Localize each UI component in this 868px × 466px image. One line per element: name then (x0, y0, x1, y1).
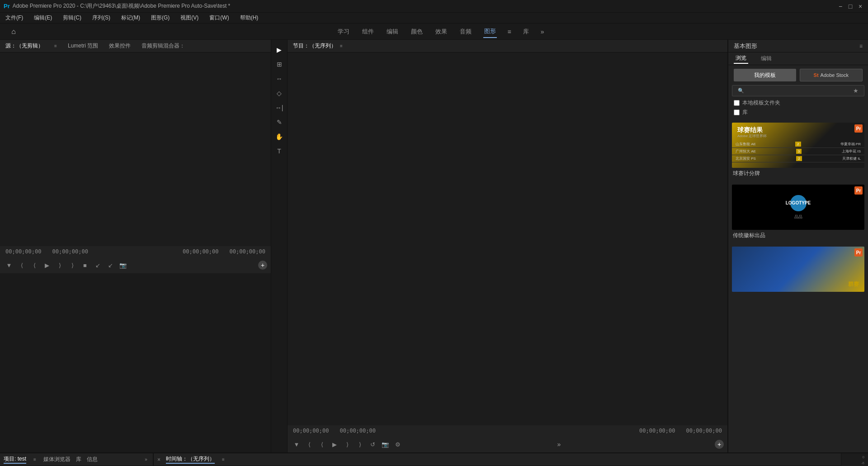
project-tab[interactable]: 项目: test (4, 455, 26, 464)
program-controls: ▼ ⟨ ⟨ ▶ ⟩ ⟩ ↺ 📷 ⚙ » + (288, 436, 727, 452)
menu-sequence[interactable]: 序列(S) (90, 13, 112, 23)
left-panel: 源：（无剪辑） ≡ Lumetri 范围 效果控件 音频剪辑混合器： 00;00… (0, 40, 271, 452)
essential-graphics-title: 基本图形 (734, 42, 757, 50)
nav-hamburger-icon[interactable]: ≡ (508, 28, 511, 35)
effects-control-tab[interactable]: 效果控件 (107, 41, 132, 51)
program-tab[interactable]: 节目：（无序列） (291, 41, 338, 51)
window-title: Adobe Premiere Pro 2020 - C:\用户\29463\桌面… (13, 2, 231, 10)
mark-out-btn[interactable]: ■ (80, 260, 90, 271)
home-button[interactable]: ⌂ (7, 25, 20, 38)
essential-graphics-icon[interactable]: ≡ (859, 43, 863, 49)
my-templates-btn[interactable]: 我的模板 (734, 69, 796, 81)
tool-type[interactable]: T (273, 145, 286, 157)
menu-view[interactable]: 视图(V) (179, 13, 200, 23)
timeline-tab-icon[interactable]: ≡ (220, 456, 226, 463)
menu-edit[interactable]: 编辑(E) (32, 13, 54, 23)
minimize-button[interactable]: − (836, 2, 844, 10)
nav-bar-center: 学习 组件 编辑 颜色 效果 音频 图形 ≡ 库 » (337, 25, 544, 38)
program-monitor (288, 52, 727, 425)
timeline-tab[interactable]: 时间轴：（无序列） (166, 455, 215, 464)
export-frame-btn[interactable]: 📷 (118, 260, 128, 271)
source-timecode-dur: 00;00;00;00 (230, 248, 265, 255)
prog-more-icon[interactable]: » (557, 441, 561, 448)
menu-window[interactable]: 窗口(W) (208, 13, 231, 23)
project-tab-icon[interactable]: ≡ (32, 456, 38, 463)
overwrite-btn[interactable]: ↙ (105, 260, 116, 271)
program-tab-icon[interactable]: ≡ (338, 43, 344, 49)
template-search-input[interactable] (747, 88, 850, 94)
lumetri-tab[interactable]: Lumetri 范围 (66, 41, 100, 51)
templates-grid: 球赛结果 Adobe 足球世界杯 山东鲁能 AE2华夏幸福 PR 广州恒大 AE… (728, 119, 868, 452)
add-source-btn[interactable]: + (258, 261, 267, 270)
db-scale: 0 -6 -12 -18 -24 -30 -36 -42 -48 -54 (843, 455, 866, 466)
prog-go-out-btn[interactable]: ⟩ (354, 439, 365, 450)
template-item-logo[interactable]: LOGOTYPE 品品 Pr 传统徽标出品 (732, 185, 864, 241)
prog-go-in-btn[interactable]: ⟨ (304, 439, 315, 450)
library-tab[interactable]: 库 (76, 456, 81, 463)
template-badge-2: Pr (854, 186, 863, 195)
info-tab[interactable]: 信息 (87, 456, 98, 463)
nav-more-icon[interactable]: » (541, 28, 544, 35)
local-template-filter[interactable]: 本地模板文件夹 (734, 99, 863, 107)
library-checkbox[interactable] (734, 109, 740, 115)
menu-marker[interactable]: 标记(M) (119, 13, 142, 23)
play-btn[interactable]: ▶ (42, 260, 52, 271)
step-back-btn[interactable]: ⟨ (29, 260, 40, 271)
step-fwd-btn[interactable]: ⟩ (54, 260, 65, 271)
nav-tab-graphics[interactable]: 图形 (483, 25, 497, 38)
prog-settings-btn[interactable]: ⚙ (392, 439, 403, 450)
nav-tab-color[interactable]: 颜色 (410, 26, 424, 38)
tool-rolling[interactable]: ◇ (273, 87, 286, 100)
eg-browse-tab[interactable]: 浏览 (734, 53, 748, 64)
media-browser-tab[interactable]: 媒体浏览器 (43, 456, 71, 463)
maximize-button[interactable]: □ (846, 2, 854, 10)
mark-in-btn[interactable]: ▼ (4, 260, 14, 271)
nav-tab-library[interactable]: 库 (522, 26, 530, 38)
library-label: 库 (742, 109, 748, 116)
template-label-sports-score: 球赛计分牌 (732, 168, 864, 179)
go-to-out-btn[interactable]: ⟩ (67, 260, 78, 271)
insert-btn[interactable]: ↙ (92, 260, 103, 271)
project-tabs: 项目: test ≡ 媒体浏览器 库 信息 » (0, 453, 153, 466)
prog-loop-btn[interactable]: ↺ (367, 439, 378, 450)
prog-mark-in-btn[interactable]: ▼ (291, 439, 302, 450)
go-to-in-btn[interactable]: ⟨ (16, 260, 27, 271)
tool-track-select[interactable]: ⊞ (273, 58, 286, 71)
close-button[interactable]: × (856, 2, 864, 10)
nav-tab-learn[interactable]: 学习 (337, 26, 350, 38)
template-search[interactable]: 🔍 ★ (732, 85, 864, 96)
menu-file[interactable]: 文件(F) (4, 13, 25, 23)
source-tab-icon[interactable]: ≡ (52, 43, 59, 49)
tools-panel: ▶ ⊞ ↔ ◇ ↔| ✎ ✋ T (271, 40, 288, 452)
nav-tab-assembly[interactable]: 组件 (361, 26, 375, 38)
library-filter[interactable]: 库 (734, 109, 863, 116)
nav-tab-edit[interactable]: 编辑 (386, 26, 399, 38)
template-item-race[interactable]: 群赛 Pr (732, 247, 864, 292)
prog-export-btn[interactable]: 📷 (380, 439, 391, 450)
local-template-checkbox[interactable] (734, 100, 740, 106)
project-more-icon[interactable]: » (143, 456, 149, 463)
tool-razor[interactable]: ✎ (273, 116, 286, 128)
tool-rate-stretch[interactable]: ↔| (273, 101, 286, 114)
menu-clip[interactable]: 剪辑(C) (61, 13, 83, 23)
timeline-close-icon[interactable]: × (157, 456, 160, 463)
menu-help[interactable]: 帮助(H) (238, 13, 260, 23)
eg-edit-tab[interactable]: 编辑 (759, 54, 774, 63)
tool-ripple[interactable]: ↔ (273, 72, 286, 85)
source-timecode-bar: 00;00;00;00 00;00;00;00 00;00;00;00 00;0… (0, 246, 271, 257)
star-icon[interactable]: ★ (853, 87, 859, 94)
add-program-btn[interactable]: + (715, 440, 724, 449)
nav-tab-audio[interactable]: 音频 (459, 26, 472, 38)
nav-tab-effects[interactable]: 效果 (434, 26, 448, 38)
source-tab-active[interactable]: 源：（无剪辑） (4, 41, 45, 51)
prog-step-back-btn[interactable]: ⟨ (316, 439, 327, 450)
prog-play-btn[interactable]: ▶ (329, 439, 340, 450)
adobe-stock-btn[interactable]: St Adobe Stock (800, 69, 863, 81)
program-tc-out: 00;00;00;00 (639, 428, 675, 434)
audio-mixer-tab[interactable]: 音频剪辑混合器： (140, 41, 187, 51)
prog-step-fwd-btn[interactable]: ⟩ (342, 439, 353, 450)
tool-slip[interactable]: ✋ (273, 130, 286, 143)
menu-graphics[interactable]: 图形(G) (149, 13, 171, 23)
template-item-sports-score[interactable]: 球赛结果 Adobe 足球世界杯 山东鲁能 AE2华夏幸福 PR 广州恒大 AE… (732, 123, 864, 179)
tool-select[interactable]: ▶ (273, 43, 286, 56)
